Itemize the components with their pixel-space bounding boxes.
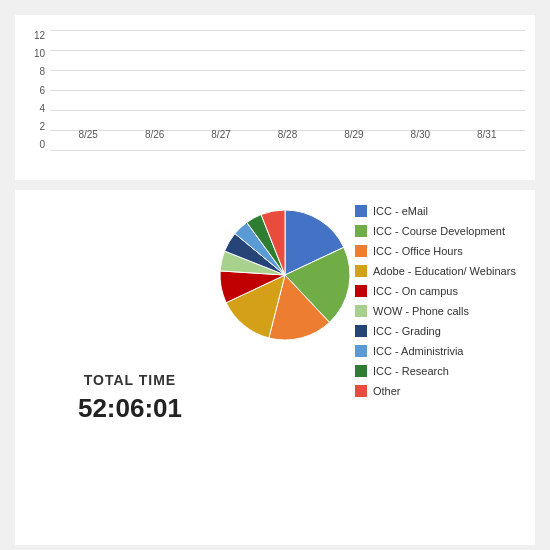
legend-color-box xyxy=(355,365,367,377)
x-axis-label: 8/26 xyxy=(145,129,164,140)
legend: ICC - eMailICC - Course DevelopmentICC -… xyxy=(355,205,525,405)
legend-item: ICC - Course Development xyxy=(355,225,525,237)
main-container: 024681012 8/258/268/278/288/298/308/31 T… xyxy=(0,0,550,550)
legend-color-box xyxy=(355,225,367,237)
y-axis-label: 8 xyxy=(20,66,45,77)
x-axis-label: 8/28 xyxy=(278,129,297,140)
y-axis-label: 4 xyxy=(20,103,45,114)
legend-label: ICC - Course Development xyxy=(373,225,505,237)
bar-group: 8/26 xyxy=(121,125,187,140)
grid-line xyxy=(50,150,525,151)
legend-color-box xyxy=(355,325,367,337)
bars-container: 8/258/268/278/288/298/308/31 xyxy=(50,20,525,140)
legend-color-box xyxy=(355,205,367,217)
total-time-label: TOTAL TIME xyxy=(84,372,176,388)
legend-label: Other xyxy=(373,385,401,397)
bar-group: 8/29 xyxy=(321,125,387,140)
legend-item: ICC - Administrivia xyxy=(355,345,525,357)
legend-label: WOW - Phone calls xyxy=(373,305,469,317)
bar-chart-section: 024681012 8/258/268/278/288/298/308/31 xyxy=(15,15,535,180)
legend-label: ICC - Grading xyxy=(373,325,441,337)
x-axis-label: 8/30 xyxy=(411,129,430,140)
bar-group: 8/28 xyxy=(254,125,320,140)
legend-item: ICC - eMail xyxy=(355,205,525,217)
legend-label: ICC - On campus xyxy=(373,285,458,297)
y-axis-label: 12 xyxy=(20,30,45,41)
legend-color-box xyxy=(355,245,367,257)
bar-group: 8/27 xyxy=(188,125,254,140)
legend-color-box xyxy=(355,345,367,357)
y-axis-label: 6 xyxy=(20,85,45,96)
legend-item: ICC - Grading xyxy=(355,325,525,337)
legend-item: WOW - Phone calls xyxy=(355,305,525,317)
legend-item: ICC - On campus xyxy=(355,285,525,297)
x-axis-label: 8/25 xyxy=(78,129,97,140)
legend-label: ICC - Research xyxy=(373,365,449,377)
left-panel: TOTAL TIME 52:06:01 xyxy=(30,205,230,530)
bar-group: 8/25 xyxy=(55,125,121,140)
total-time-value: 52:06:01 xyxy=(78,393,182,424)
bar-group: 8/31 xyxy=(454,125,520,140)
legend-label: ICC - Administrivia xyxy=(373,345,463,357)
legend-item: ICC - Research xyxy=(355,365,525,377)
legend-item: ICC - Office Hours xyxy=(355,245,525,257)
x-axis-label: 8/27 xyxy=(211,129,230,140)
legend-label: ICC - eMail xyxy=(373,205,428,217)
legend-label: Adobe - Education/ Webinars xyxy=(373,265,516,277)
legend-color-box xyxy=(355,305,367,317)
y-axis-labels: 024681012 xyxy=(20,30,45,150)
legend-color-box xyxy=(355,285,367,297)
y-axis-label: 10 xyxy=(20,48,45,59)
legend-label: ICC - Office Hours xyxy=(373,245,463,257)
bottom-section: TOTAL TIME 52:06:01 ICC - eMailICC - Cou… xyxy=(15,190,535,545)
legend-color-box xyxy=(355,265,367,277)
chart-area: 024681012 8/258/268/278/288/298/308/31 xyxy=(50,30,525,160)
legend-color-box xyxy=(355,385,367,397)
y-axis-label: 2 xyxy=(20,121,45,132)
y-axis-label: 0 xyxy=(20,139,45,150)
bar-group: 8/30 xyxy=(387,125,453,140)
pie-chart xyxy=(215,205,355,345)
legend-item: Adobe - Education/ Webinars xyxy=(355,265,525,277)
x-axis-label: 8/31 xyxy=(477,129,496,140)
legend-item: Other xyxy=(355,385,525,397)
x-axis-label: 8/29 xyxy=(344,129,363,140)
